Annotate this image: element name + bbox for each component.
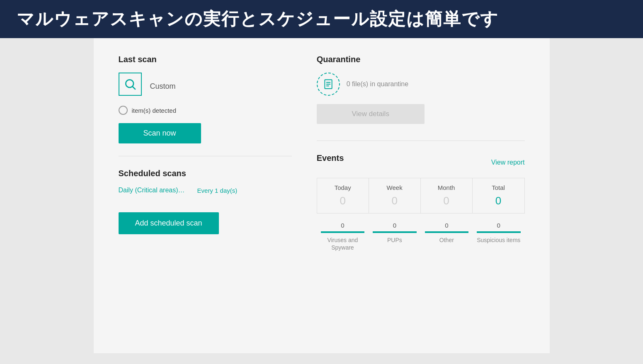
events-title: Events <box>317 153 344 163</box>
scheduled-scans-section: Scheduled scans Daily (Critical areas)… … <box>119 169 292 234</box>
view-details-button[interactable]: View details <box>317 104 425 124</box>
events-grid: Today 0 Week 0 Month 0 Total 0 <box>317 178 525 214</box>
stat-label-viruses: Viruses and Spyware <box>321 236 364 251</box>
main-container: Last scan Custom item(s) detected Scan n… <box>94 38 550 353</box>
stat-number-viruses: 0 <box>321 222 364 229</box>
view-report-link[interactable]: View report <box>491 159 525 166</box>
stat-label-suspicious: Suspicious items <box>477 236 520 244</box>
quarantine-files-label: 0 file(s) in quarantine <box>347 80 408 88</box>
stat-bar-viruses <box>321 231 364 233</box>
events-cell-week: Week 0 <box>369 178 421 213</box>
quarantine-title: Quarantine <box>317 55 525 64</box>
events-cell-month: Month 0 <box>421 178 473 213</box>
events-cell-today: Today 0 <box>317 178 369 213</box>
items-detected-row: item(s) detected <box>119 106 292 115</box>
last-scan-title: Last scan <box>119 55 292 64</box>
separator-1 <box>119 156 292 156</box>
scan-header-row: Custom <box>119 73 292 100</box>
separator-2 <box>317 141 525 141</box>
scheduled-scan-name[interactable]: Daily (Critical areas)… <box>119 187 185 194</box>
events-header-week: Week <box>373 184 416 191</box>
quarantine-icon-wrap: 0 file(s) in quarantine <box>317 73 525 96</box>
quarantine-section: Quarantine 0 file(s) in quarantine View … <box>317 55 525 124</box>
scheduled-scan-item: Daily (Critical areas)… Every 1 day(s) <box>119 187 292 194</box>
stat-bar-suspicious <box>477 231 520 233</box>
scheduled-scan-frequency: Every 1 day(s) <box>197 187 238 194</box>
svg-point-0 <box>126 80 133 87</box>
stat-label-pups: PUPs <box>373 236 416 244</box>
stat-col-suspicious: 0 Suspicious items <box>473 222 524 251</box>
events-value-week: 0 <box>373 194 416 207</box>
events-header-month: Month <box>425 184 468 191</box>
events-header: Events View report <box>317 153 525 171</box>
scan-icon-box <box>119 73 142 96</box>
header-title: マルウェアスキャンの実行とスケジュール設定は簡単です <box>17 7 499 31</box>
events-value-total: 0 <box>477 194 520 207</box>
events-header-total: Total <box>477 184 520 191</box>
stat-number-pups: 0 <box>373 222 416 229</box>
stat-label-other: Other <box>425 236 468 244</box>
add-scheduled-scan-button[interactable]: Add scheduled scan <box>119 212 219 234</box>
events-cell-total: Total 0 <box>473 178 524 213</box>
quarantine-icon <box>317 73 340 96</box>
stat-number-suspicious: 0 <box>477 222 520 229</box>
stat-bar-pups <box>373 231 416 233</box>
events-value-month: 0 <box>425 194 468 207</box>
left-column: Last scan Custom item(s) detected Scan n… <box>119 55 292 251</box>
stat-number-other: 0 <box>425 222 468 229</box>
stat-col-pups: 0 PUPs <box>369 222 420 251</box>
stats-row: 0 Viruses and Spyware 0 PUPs 0 Other <box>317 222 525 251</box>
file-list-icon <box>323 79 334 90</box>
scheduled-scans-title: Scheduled scans <box>119 169 292 178</box>
right-column: Quarantine 0 file(s) in quarantine View … <box>317 55 525 251</box>
scan-now-button[interactable]: Scan now <box>119 123 201 143</box>
stat-col-other: 0 Other <box>421 222 473 251</box>
header-banner: マルウェアスキャンの実行とスケジュール設定は簡単です <box>0 0 643 38</box>
events-header-today: Today <box>321 184 364 191</box>
zero-circle-icon <box>119 106 128 115</box>
events-section: Events View report Today 0 Week 0 Month … <box>317 153 525 251</box>
stat-col-viruses: 0 Viruses and Spyware <box>317 222 369 251</box>
svg-line-1 <box>133 87 135 89</box>
last-scan-section: Last scan Custom item(s) detected Scan n… <box>119 55 292 143</box>
items-detected-label: item(s) detected <box>132 107 177 114</box>
search-icon <box>124 78 137 91</box>
stat-bar-other <box>425 231 468 233</box>
scan-type-label: Custom <box>150 82 176 91</box>
events-value-today: 0 <box>321 194 364 207</box>
